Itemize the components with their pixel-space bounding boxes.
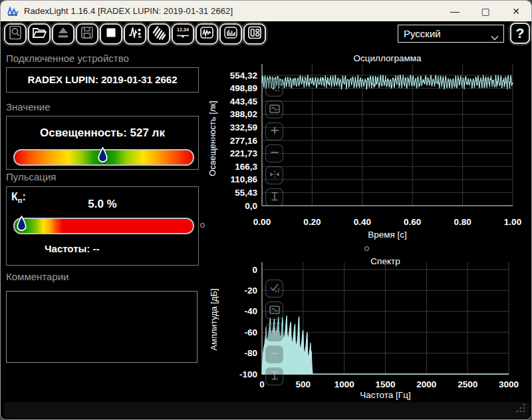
value-box: Освещенность: 527 лк (6, 116, 199, 170)
svg-text:1.00: 1.00 (504, 217, 521, 227)
zoom-in-icon (268, 124, 281, 140)
osc-ylabel: Освещенность [лк] (207, 101, 217, 176)
svg-text:0.20: 0.20 (303, 217, 321, 227)
save-button[interactable] (76, 23, 98, 45)
zoom-out-icon (268, 146, 281, 162)
svg-text:-20: -20 (244, 286, 257, 296)
zoom-out-button[interactable] (265, 345, 283, 363)
frame-button[interactable] (265, 101, 283, 118)
svg-text:500: 500 (296, 379, 311, 389)
vertical-splitter-handle[interactable] (200, 223, 205, 228)
svg-text:110,86: 110,86 (230, 174, 257, 184)
numeric-display-button[interactable]: 12.34 (172, 23, 194, 45)
zoom-in-button[interactable] (265, 323, 283, 341)
fit-vertical-button[interactable] (265, 367, 283, 385)
svg-text:0: 0 (252, 265, 257, 275)
svg-text:498,89: 498,89 (230, 83, 257, 93)
device-box: RADEX LUPIN: 2019-01-31 2662 (6, 67, 199, 93)
auto-scale-icon (268, 80, 281, 96)
help-button[interactable]: ? (510, 23, 530, 44)
sweep-button[interactable] (148, 23, 170, 45)
fit-horizontal-icon (268, 168, 281, 184)
svg-text:0.60: 0.60 (404, 217, 421, 227)
open-folder-icon (31, 25, 47, 43)
search-icon (7, 25, 23, 43)
svg-text:-100: -100 (239, 369, 257, 379)
stop-icon (103, 25, 119, 43)
open-file-button[interactable] (28, 23, 51, 45)
svg-text:0,0: 0,0 (245, 201, 257, 211)
title-bar[interactable]: RadexLight 1.16.4 [RADEX LUPIN: 2019-01-… (1, 1, 531, 21)
svg-text:-60: -60 (244, 327, 257, 337)
auto-scale-icon (268, 281, 281, 297)
svg-text:554,32: 554,32 (230, 71, 257, 81)
app-icon (7, 6, 19, 16)
language-dropdown[interactable]: Русский (398, 25, 504, 43)
osc-waveform (262, 75, 513, 89)
zoom-out-button[interactable] (265, 144, 283, 162)
svg-text:1000: 1000 (334, 379, 354, 389)
device-name: RADEX LUPIN: 2019-01-31 2662 (7, 68, 198, 92)
oscillogram-chart[interactable]: Осциллограмма554,32498,89443,45388,02332… (207, 51, 532, 252)
fit-vertical-icon (268, 190, 281, 206)
layout-button[interactable] (243, 23, 266, 45)
frame-button[interactable] (265, 302, 283, 319)
frame-icon (268, 303, 281, 319)
fit-vertical-icon (268, 369, 281, 385)
numeric-display-icon: 12.34 (175, 25, 191, 43)
status-bar (4, 402, 529, 419)
oscillogram-view-button[interactable] (196, 23, 218, 45)
zoom-in-button[interactable] (265, 122, 283, 140)
pulsation-section-label: Пульсация (6, 171, 56, 182)
svg-text:1500: 1500 (375, 379, 395, 389)
illuminance-reading: Освещенность: 527 лк (7, 126, 198, 140)
spectrum-icon (223, 25, 239, 43)
svg-text:388,02: 388,02 (230, 109, 257, 119)
auto-scale-button[interactable] (265, 280, 283, 298)
chevron-down-icon (491, 31, 499, 43)
spectrum-chart[interactable]: Спектр0-20-40-60-80-10005001000150020002… (207, 254, 532, 415)
svg-text:-80: -80 (244, 348, 257, 358)
close-button[interactable]: ✕ (501, 1, 531, 21)
maximize-button[interactable]: ▢ (470, 1, 501, 21)
svg-text:-40: -40 (244, 306, 257, 316)
svg-text:0.00: 0.00 (253, 217, 271, 227)
app-window: RadexLight 1.16.4 [RADEX LUPIN: 2019-01-… (0, 0, 532, 420)
spec-xlabel: Частота [Гц] (360, 390, 410, 400)
fit-horizontal-button[interactable] (265, 166, 283, 184)
layout-icon (247, 25, 263, 43)
spec-ylabel: Амплитуда [дБ] (209, 288, 219, 350)
frame-icon (268, 102, 281, 118)
svg-text:0.40: 0.40 (354, 217, 371, 227)
svg-text:277,16: 277,16 (230, 136, 258, 146)
eject-button[interactable] (52, 23, 74, 45)
osc-title: Осциллограмма (354, 53, 422, 63)
svg-text:12.34: 12.34 (177, 27, 189, 33)
pulse-settings-icon (127, 25, 143, 43)
minimize-button[interactable]: — (440, 1, 470, 21)
language-value: Русский (404, 28, 441, 39)
svg-text:0.80: 0.80 (454, 217, 471, 227)
svg-text:221,73: 221,73 (230, 148, 258, 158)
measure-settings-button[interactable] (124, 23, 146, 45)
fit-vertical-button[interactable] (265, 188, 283, 206)
frequencies-value: Частоты: -- (45, 243, 99, 254)
search-button[interactable] (4, 23, 27, 45)
spectrum-view-button[interactable] (219, 23, 242, 45)
comments-input[interactable] (6, 291, 198, 363)
svg-text:443,45: 443,45 (230, 97, 258, 106)
svg-text:0: 0 (259, 379, 265, 389)
kp-value: 5.0 % (7, 198, 198, 211)
svg-text:2000: 2000 (416, 379, 436, 389)
svg-text:166,3: 166,3 (235, 162, 257, 172)
svg-text:55,43: 55,43 (235, 188, 257, 198)
sweep-icon (151, 25, 167, 43)
resize-grip-icon[interactable] (515, 403, 526, 416)
pulsation-scale-bar (13, 218, 194, 234)
window-title: RadexLight 1.16.4 [RADEX LUPIN: 2019-01-… (24, 6, 233, 16)
auto-scale-button[interactable] (265, 79, 283, 97)
pulsation-box: Кп: 5.0 % Частоты: -- (6, 186, 199, 266)
svg-text:332,59: 332,59 (230, 122, 257, 132)
stop-button[interactable] (100, 23, 122, 45)
osc-xlabel: Время [с] (368, 230, 407, 240)
